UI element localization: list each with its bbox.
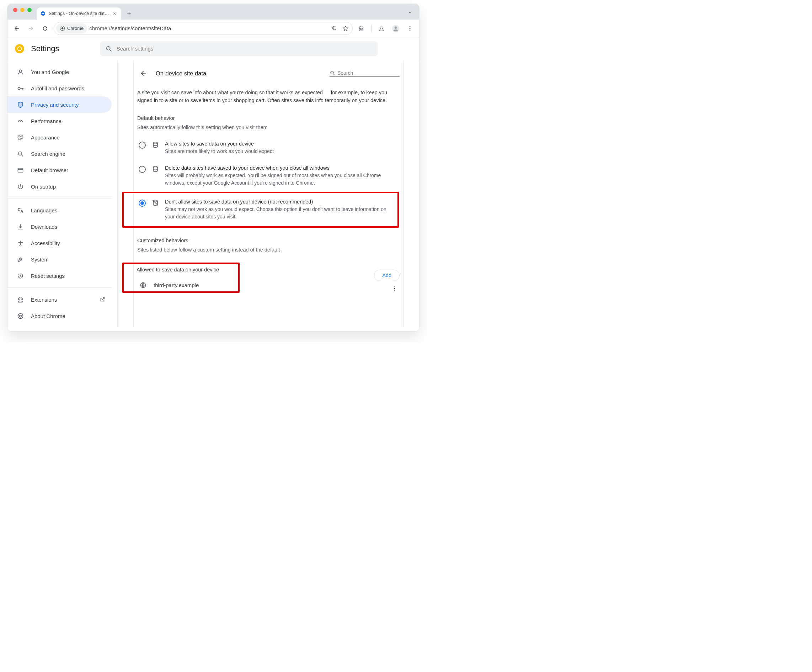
sidebar-item-system[interactable]: System [7, 251, 112, 267]
sidebar-item-label: Accessibility [31, 240, 60, 246]
svg-point-1 [61, 27, 64, 29]
window-zoom-button[interactable] [27, 8, 32, 12]
sidebar-item-autofill[interactable]: Autofill and passwords [7, 80, 112, 96]
svg-point-22 [331, 71, 333, 74]
settings-app: Settings You and Google Autofill and pas… [7, 38, 419, 331]
page-search-input[interactable] [338, 70, 399, 76]
sidebar-item-search-engine[interactable]: Search engine [7, 145, 112, 162]
option-delete-on-close[interactable]: Delete data sites have saved to your dev… [137, 160, 399, 192]
add-site-button[interactable]: Add [374, 270, 399, 281]
custom-behaviors-sub: Sites listed below follow a custom setti… [137, 247, 399, 253]
site-more-button[interactable] [392, 286, 397, 291]
sidebar-item-label: Search engine [31, 151, 65, 157]
annotation-highlight-allowed: Allowed to save data on your device thir… [122, 263, 240, 293]
translate-icon [17, 207, 24, 214]
option-allow[interactable]: Allow sites to save data on your device … [137, 136, 399, 160]
site-name: third-party.example [154, 282, 199, 288]
radio-button[interactable] [139, 166, 146, 173]
wrench-icon [17, 256, 24, 263]
labs-button[interactable] [376, 23, 387, 34]
tabs-dropdown-button[interactable] [405, 7, 415, 17]
tab-strip: Settings - On-device site dat… [7, 4, 419, 20]
extensions-button[interactable] [355, 23, 367, 34]
sidebar-item-label: Performance [31, 118, 61, 124]
svg-point-19 [20, 241, 20, 241]
zoom-icon[interactable] [329, 24, 339, 33]
site-chip[interactable]: Chrome [56, 24, 87, 33]
bookmark-star-button[interactable] [341, 24, 350, 33]
window-close-button[interactable] [13, 8, 17, 12]
option-subtitle: Sites are more likely to work as you wou… [165, 148, 274, 155]
svg-point-14 [19, 136, 20, 137]
radio-button[interactable] [139, 200, 146, 207]
chrome-logo-icon [15, 44, 24, 54]
window-minimize-button[interactable] [20, 8, 24, 12]
sidebar-item-extensions[interactable]: Extensions [7, 291, 112, 308]
speedometer-icon [17, 117, 24, 125]
svg-point-17 [18, 152, 22, 155]
page-search[interactable] [329, 70, 399, 77]
sidebar-item-on-startup[interactable]: On startup [7, 178, 112, 195]
open-in-new-icon [99, 297, 105, 303]
nav-back-button[interactable] [11, 23, 22, 34]
sidebar-item-downloads[interactable]: Downloads [7, 219, 112, 235]
svg-point-6 [409, 28, 411, 29]
sidebar-item-you-and-google[interactable]: You and Google [7, 64, 112, 80]
sidebar-item-privacy[interactable]: Privacy and security [7, 96, 112, 113]
sidebar-item-reset[interactable]: Reset settings [7, 267, 112, 284]
custom-behaviors-heading: Customized behaviors [137, 238, 399, 243]
gear-icon [40, 11, 46, 16]
svg-rect-18 [18, 168, 23, 172]
sidebar-item-accessibility[interactable]: Accessibility [7, 235, 112, 251]
sidebar-item-label: Autofill and passwords [31, 85, 84, 91]
svg-point-11 [107, 46, 110, 50]
sidebar-item-label: Reset settings [31, 273, 65, 279]
sidebar-item-appearance[interactable]: Appearance [7, 129, 112, 145]
option-subtitle: Sites will probably work as expected. Yo… [165, 172, 398, 187]
chrome-icon [60, 26, 65, 31]
sidebar-item-languages[interactable]: Languages [7, 202, 112, 219]
sidebar-item-label: Appearance [31, 135, 60, 140]
svg-point-4 [395, 26, 397, 29]
sidebar-item-label: On startup [31, 183, 56, 190]
window-controls [10, 8, 34, 15]
sidebar-item-label: Extensions [31, 297, 57, 303]
search-icon [329, 70, 335, 76]
settings-content: On-device site data A site you visit can… [118, 60, 419, 328]
option-subtitle: Sites may not work as you would expect. … [165, 205, 395, 221]
settings-search-input[interactable] [117, 46, 373, 51]
search-icon [17, 150, 24, 157]
new-tab-button[interactable] [124, 9, 134, 19]
nav-forward-button[interactable] [25, 23, 37, 34]
database-icon [152, 166, 159, 173]
sidebar-item-label: System [31, 256, 49, 263]
option-title: Allow sites to save data on your device [165, 141, 274, 147]
svg-point-16 [21, 136, 22, 137]
svg-point-27 [394, 286, 395, 287]
chrome-menu-button[interactable] [404, 23, 416, 34]
radio-button[interactable] [139, 142, 146, 149]
sidebar-item-performance[interactable]: Performance [7, 113, 112, 129]
settings-search[interactable] [100, 41, 377, 56]
browser-icon [17, 166, 24, 174]
download-icon [17, 223, 24, 230]
search-icon [105, 45, 113, 52]
person-icon [17, 68, 24, 75]
page-back-button[interactable] [137, 67, 149, 79]
sidebar-item-default-browser[interactable]: Default browser [7, 162, 112, 178]
profile-button[interactable] [390, 23, 401, 34]
allowed-site-row[interactable]: third-party.example [136, 278, 235, 289]
close-tab-button[interactable] [112, 11, 118, 16]
sidebar-item-label: Languages [31, 207, 57, 214]
chrome-outline-icon [17, 312, 24, 320]
sidebar-item-about[interactable]: About Chrome [7, 308, 112, 324]
database-blocked-icon [152, 199, 159, 206]
browser-tab[interactable]: Settings - On-device site dat… [37, 7, 121, 20]
page-title: On-device site data [156, 70, 323, 77]
reload-button[interactable] [39, 23, 51, 34]
svg-point-13 [18, 87, 20, 89]
option-dont-allow[interactable]: Don't allow sites to save data on your d… [125, 194, 396, 226]
address-bar[interactable]: Chrome chrome://settings/content/siteDat… [54, 22, 353, 35]
app-header: Settings [7, 38, 419, 60]
app-title: Settings [31, 44, 60, 53]
